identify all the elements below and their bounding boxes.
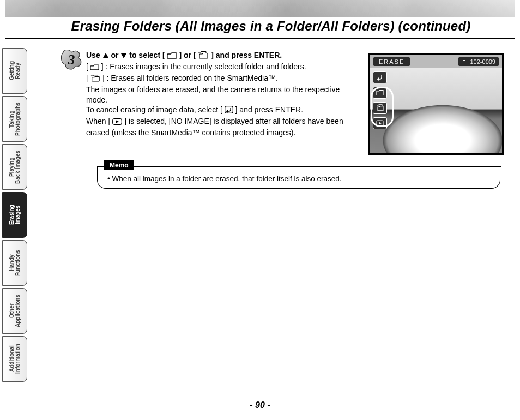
- step-3-icon: 3: [60, 48, 83, 71]
- t: to select [: [129, 51, 167, 59]
- t: The images or folders are erased, and th…: [86, 85, 340, 104]
- lcd-file-indicator: 102-0009: [458, 57, 499, 66]
- t: Use: [86, 51, 102, 59]
- tab-label: Getting: [9, 62, 15, 81]
- svg-marker-1: [103, 53, 108, 58]
- tab-label: Playing: [9, 157, 15, 177]
- svg-rect-3: [225, 106, 233, 113]
- tab-label: Ready: [15, 63, 21, 79]
- lcd-image: [370, 68, 502, 153]
- tab-handy-functions[interactable]: HandyFunctions: [2, 240, 27, 286]
- t: To cancel erasing of image data, select …: [86, 105, 225, 114]
- page-number: - 90 -: [0, 400, 520, 410]
- section-tabs: GettingReady TakingPhotographs PlayingBa…: [2, 48, 27, 382]
- lcd-header: ERASE 102-0009: [370, 55, 502, 68]
- play-icon: [112, 117, 122, 128]
- t: ] is selected, [NO IMAGE] is displayed a…: [86, 117, 343, 137]
- lcd-option-sidebar: [372, 71, 388, 150]
- t: ] or [: [179, 51, 198, 59]
- up-triangle-icon: [102, 51, 109, 62]
- header-texture: [5, 0, 515, 17]
- svg-rect-7: [462, 59, 468, 64]
- t: ] : Erases all folders recorded on the S…: [102, 74, 278, 82]
- tab-label: Functions: [15, 250, 21, 276]
- svg-text:3: 3: [68, 52, 75, 68]
- tab-label: Information: [15, 344, 21, 374]
- svg-marker-2: [121, 53, 126, 58]
- single-folder-icon: [167, 51, 177, 62]
- svg-rect-8: [463, 60, 465, 61]
- svg-marker-9: [377, 77, 379, 81]
- t: [: [86, 74, 90, 82]
- lcd-mode-label: ERASE: [373, 57, 410, 66]
- tab-label: Taking: [9, 110, 15, 127]
- tab-label: Photographs: [15, 102, 21, 136]
- down-triangle-icon: [120, 51, 127, 62]
- svg-marker-6: [116, 120, 119, 123]
- title-rule: [5, 38, 515, 43]
- tab-playing-back-images[interactable]: PlayingBack Images: [2, 144, 27, 190]
- tab-label: Applications: [15, 295, 21, 327]
- t: ] and press ENTER.: [235, 105, 304, 114]
- tab-additional-information[interactable]: AdditionalInformation: [2, 336, 27, 382]
- svg-marker-4: [226, 110, 228, 113]
- tab-taking-photographs[interactable]: TakingPhotographs: [2, 96, 27, 142]
- selection-highlight: [371, 87, 394, 127]
- tab-label: Images: [15, 206, 21, 224]
- memo-text: When all images in a folder are erased, …: [112, 175, 341, 183]
- page-title: Erasing Folders (All Images in a Folder/…: [33, 19, 509, 34]
- tab-other-applications[interactable]: OtherApplications: [2, 288, 27, 334]
- camera-lcd-preview: ERASE 102-0009: [368, 53, 504, 155]
- tab-label: Additional: [9, 346, 15, 373]
- step-text: Use or to select [ ] or [ ] and press EN…: [86, 50, 353, 138]
- tab-erasing-images[interactable]: ErasingImages: [2, 192, 27, 238]
- t: When [: [86, 117, 112, 125]
- t: [: [86, 62, 90, 71]
- card-icon: [462, 59, 468, 64]
- lcd-option-return[interactable]: [373, 71, 387, 83]
- return-icon: [225, 106, 233, 116]
- t: or: [111, 51, 120, 59]
- t: ] and press ENTER.: [211, 51, 282, 59]
- memo-box: Memo • When all images in a folder are e…: [97, 167, 500, 189]
- multi-folder-icon: [198, 51, 209, 62]
- tab-getting-ready[interactable]: GettingReady: [2, 48, 27, 94]
- tab-label: Handy: [9, 255, 15, 272]
- lcd-file-number: 102-0009: [470, 58, 496, 65]
- tab-label: Erasing: [9, 205, 15, 225]
- multi-folder-icon: [90, 74, 100, 85]
- memo-label: Memo: [104, 160, 134, 170]
- tab-label: Other: [9, 304, 15, 319]
- single-folder-icon: [90, 63, 99, 73]
- t: ] : Erases images in the currently selec…: [101, 62, 306, 71]
- tab-label: Back Images: [15, 150, 21, 183]
